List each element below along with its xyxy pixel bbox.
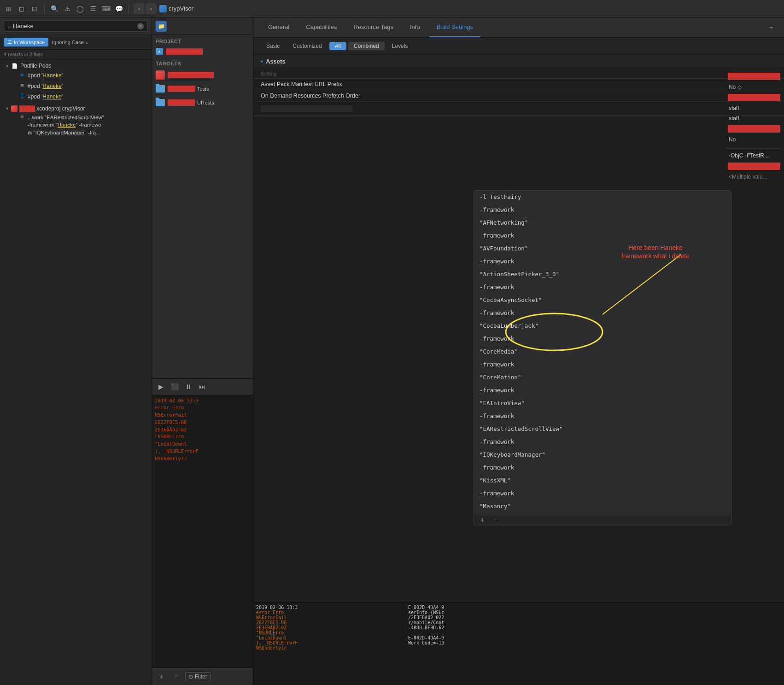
warning-icon[interactable]: ⚠ [62, 4, 72, 14]
box-icon[interactable]: ◻ [17, 4, 27, 14]
target-item-1[interactable] [152, 68, 253, 82]
dropdown-item-21[interactable]: -framework [474, 461, 731, 474]
filter-customized[interactable]: Customized [287, 42, 327, 50]
dropdown-item-18[interactable]: "EARestrictedScrollView" [474, 423, 731, 435]
tab-capabilities[interactable]: Capabilities [298, 17, 344, 37]
dropdown-item-17[interactable]: -framework [474, 410, 731, 423]
dropdown-item-20[interactable]: "IQKeyboardManager" [474, 448, 731, 461]
add-button[interactable]: + [156, 671, 167, 682]
tab-build-settings[interactable]: Build Settings [429, 17, 481, 37]
tree-result-3[interactable]: ≡ #pod 'Haneke' [0, 92, 152, 102]
tree-section-podfile[interactable]: ▾ 📄 Podfile Pods [0, 61, 152, 70]
dropdown-item-19[interactable]: -framework [474, 435, 731, 448]
step-button[interactable]: ⏭ [197, 382, 207, 392]
tag-icon[interactable]: ⌨ [101, 4, 111, 14]
debug-err-6: "LocalDownl [256, 635, 402, 640]
debug-err-7: ), _NSURLErrorF [256, 640, 402, 645]
dropdown-item-15[interactable]: -framework [474, 384, 731, 397]
nav-back-button[interactable]: ‹ [134, 3, 145, 14]
dropdown-item-12[interactable]: "CoreMedia" [474, 345, 731, 358]
list-icon[interactable]: ☰ [88, 4, 98, 14]
dropdown-item-4[interactable]: "AVFoundation" [474, 242, 731, 255]
speech-icon[interactable]: 💬 [114, 4, 124, 14]
debug-line-6: "LocalDownl [155, 441, 250, 448]
debug-line-5: "NSURLErro [155, 433, 250, 441]
play-button[interactable]: ▶ [156, 382, 166, 392]
dropdown-add-button[interactable]: + [478, 515, 487, 524]
dropdown-remove-button[interactable]: − [491, 515, 500, 524]
dropdown-item-5[interactable]: -framework [474, 255, 731, 268]
main-layout: ⌕ ✕ ☰ In Workspace Ignoring Case ⌄ 4 res… [0, 17, 784, 685]
target-item-uitests[interactable]: UITests [152, 96, 253, 110]
dropdown-item-22[interactable]: "KissXML" [474, 474, 731, 487]
dropdown-item-8[interactable]: "CocoaAsyncSocket" [474, 294, 731, 307]
target-tests-content: Tests [168, 86, 249, 92]
dropdown-item-11[interactable]: -framework [474, 332, 731, 345]
filter-button[interactable]: ⊙ Filter [185, 672, 211, 681]
dropdown-item-6[interactable]: "ActionSheetPicker_3_0" [474, 268, 731, 281]
pause-button[interactable]: ⏸ [183, 382, 193, 392]
project-nav-icon[interactable]: 📁 [156, 21, 167, 32]
target-item-tests[interactable]: Tests [152, 82, 253, 96]
list-icon-4: ≡ [18, 114, 26, 121]
podfile-label: Podfile Pods [20, 63, 148, 69]
target-uitests-content: UITests [168, 99, 249, 106]
dropdown-item-23[interactable]: -framework [474, 487, 731, 500]
dropdown-item-16[interactable]: "EAIntroView" [474, 397, 731, 410]
remove-button[interactable]: − [170, 671, 181, 682]
folder-icon-tests [156, 85, 165, 93]
filter-all[interactable]: All [329, 42, 346, 50]
debug-err-4: 2E3E0A02-02 [256, 625, 402, 630]
dropdown-item-9[interactable]: -framework [474, 307, 731, 319]
search-input[interactable] [13, 23, 135, 29]
dropdown-item-10[interactable]: "CocoaLumberjack" [474, 319, 731, 332]
xcodeproj-label: ████.xcodeproj crypVisor [19, 105, 148, 112]
dropdown-item-7[interactable]: -framework [474, 281, 731, 294]
grid2-icon[interactable]: ⊟ [29, 4, 40, 14]
result-multiline: ...work "EARestrictedScrollView" -framew… [28, 114, 104, 137]
nav-forward-button[interactable]: › [146, 3, 157, 14]
grid-icon[interactable]: ⊞ [4, 4, 14, 14]
stop-button[interactable]: ⬛ [170, 382, 180, 392]
playback-bar: ▶ ⬛ ⏸ ⏭ [152, 378, 253, 395]
tab-info[interactable]: Info [403, 17, 427, 37]
settings-row-1[interactable]: Asset Pack Manifest URL Prefix [253, 79, 784, 90]
tab-add-button[interactable]: + [766, 17, 777, 37]
filter-levels[interactable]: Levels [386, 42, 414, 50]
dropdown-item-2[interactable]: "AFNetworking" [474, 216, 731, 229]
dropdown-item-13[interactable]: -framework [474, 358, 731, 371]
debug-line-4: 2E3E0A02-02 [155, 426, 250, 434]
debug-err-5: "NSURLErro [256, 630, 402, 635]
dropdown-item-14[interactable]: "CoreMotion" [474, 371, 731, 384]
debug-right-6 [408, 630, 781, 635]
in-workspace-button[interactable]: ☰ In Workspace [4, 38, 48, 46]
dropdown-arrow-icon: ⌄ [85, 39, 89, 45]
result-text-1: #pod 'Haneke' [28, 71, 148, 80]
settings-row-2[interactable]: On Demand Resources Prefetch Order [253, 90, 784, 102]
debug-right-5: -4BD0-BE8D-62 [408, 625, 781, 630]
dropdown-item-1[interactable]: -framework [474, 203, 731, 216]
tab-resource-tags[interactable]: Resource Tags [346, 17, 400, 37]
project-name: crypVisor [169, 5, 193, 12]
project-nav-item[interactable]: A [152, 46, 253, 57]
tree-result-4[interactable]: ≡ ...work "EARestrictedScrollView" -fram… [0, 113, 152, 138]
tree-section-xcodeproj[interactable]: ▾ ████.xcodeproj crypVisor [0, 104, 152, 113]
tree-result-2[interactable]: ≡ #pod 'Haneke' [0, 81, 152, 92]
dropdown-item-3[interactable]: -framework [474, 229, 731, 242]
debug-err-3: 2627F8C5-D6 [256, 620, 402, 625]
circle-icon[interactable]: ◯ [75, 4, 85, 14]
nav-buttons: ‹ › [134, 3, 157, 14]
list-icon-1: ≡ [18, 71, 26, 79]
debug-line-timestamp: 2019-02-06 13:3 [155, 397, 250, 405]
tree-result-1[interactable]: ≡ #pod 'Haneke' [0, 70, 152, 81]
filter-basic[interactable]: Basic [261, 42, 285, 50]
project-name-redacted [166, 48, 203, 55]
search-icon[interactable]: 🔍 [49, 4, 59, 14]
ignoring-case-option[interactable]: Ignoring Case ⌄ [52, 39, 89, 45]
search-clear-button[interactable]: ✕ [137, 23, 144, 29]
dropdown-item-0[interactable]: -l TestFairy [474, 191, 731, 203]
tab-general[interactable]: General [261, 17, 297, 37]
filter-combined[interactable]: Combined [348, 42, 385, 50]
result-text-3: #pod 'Haneke' [28, 93, 148, 101]
dropdown-item-24[interactable]: "Masonry" [474, 500, 731, 513]
